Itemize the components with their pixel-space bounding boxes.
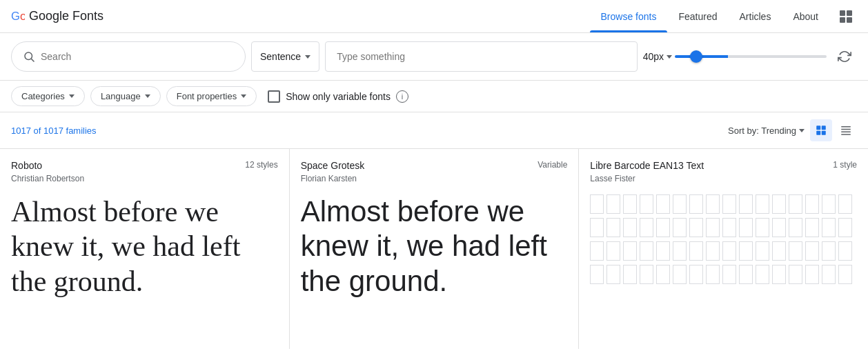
barcode-char (756, 218, 769, 237)
barcode-char (673, 241, 687, 261)
barcode-char (689, 241, 703, 261)
barcode-char (789, 241, 802, 261)
grid-view-button[interactable] (810, 119, 832, 141)
svg-text:Google: Google (11, 10, 25, 23)
barcode-char (706, 218, 720, 237)
font-name-space-grotesk: Space Grotesk (301, 160, 365, 171)
sort-by-label: Sort by: Trending (728, 126, 796, 136)
search-icon (23, 50, 35, 63)
barcode-row-3 (590, 241, 857, 261)
barcode-char (706, 265, 720, 284)
barcode-char (689, 218, 703, 237)
svg-rect-4 (822, 126, 826, 130)
barcode-char (656, 265, 670, 284)
barcode-char (756, 265, 769, 284)
font-card-barcode[interactable]: Libre Barcode EAN13 Text 1 style Lasse F… (579, 149, 868, 349)
font-styles-roboto: 12 styles (245, 160, 277, 170)
barcode-char (739, 241, 753, 261)
view-toggle (810, 119, 857, 141)
search-box (11, 41, 246, 72)
variable-fonts-checkbox[interactable] (268, 90, 280, 103)
sentence-dropdown[interactable]: Sentence (251, 41, 319, 72)
font-properties-filter[interactable]: Font properties (166, 86, 257, 106)
barcode-char (656, 194, 670, 214)
barcode-char (739, 265, 753, 284)
barcode-row-1 (590, 194, 857, 214)
font-properties-chevron-icon (241, 94, 246, 98)
barcode-char (590, 218, 604, 237)
barcode-char (722, 194, 736, 214)
card-header-roboto: Roboto 12 styles (11, 160, 278, 171)
barcode-char (623, 241, 637, 261)
apps-menu-button[interactable] (835, 6, 857, 28)
barcode-char (772, 218, 786, 237)
font-card-roboto[interactable]: Roboto 12 styles Christian Robertson Alm… (0, 149, 290, 349)
categories-filter[interactable]: Categories (11, 86, 85, 106)
barcode-char (838, 194, 852, 214)
barcode-char (789, 218, 802, 237)
barcode-char (606, 265, 620, 284)
refresh-icon (838, 50, 851, 63)
svg-point-1 (25, 52, 32, 60)
search-bar-row: Sentence 40px (0, 33, 868, 81)
svg-rect-7 (841, 126, 851, 128)
language-chevron-icon (145, 94, 150, 98)
list-view-button[interactable] (835, 119, 857, 141)
variable-fonts-info-icon[interactable]: i (396, 90, 408, 103)
barcode-char (756, 241, 769, 261)
barcode-char (590, 241, 604, 261)
svg-rect-5 (816, 131, 820, 135)
search-input[interactable] (41, 51, 234, 62)
barcode-char (689, 265, 703, 284)
barcode-char (772, 194, 786, 214)
barcode-char (673, 265, 687, 284)
barcode-char (739, 194, 753, 214)
sort-by-dropdown[interactable]: Sort by: Trending (728, 126, 805, 136)
barcode-char (640, 265, 653, 284)
font-preview-roboto: Almost before we knew it, we had left th… (11, 194, 278, 299)
barcode-char (822, 194, 836, 214)
refresh-button[interactable] (832, 44, 857, 69)
svg-rect-8 (841, 129, 851, 130)
categories-label: Categories (21, 91, 65, 101)
nav-bar: Browse fonts Featured Articles About (590, 0, 829, 32)
barcode-char (805, 265, 819, 284)
barcode-char (623, 218, 637, 237)
font-author-barcode: Lasse Fister (590, 174, 857, 183)
svg-rect-9 (841, 132, 851, 133)
filter-row: Categories Language Font properties Show… (0, 81, 868, 112)
sort-controls: Sort by: Trending (728, 119, 857, 141)
barcode-char (805, 218, 819, 237)
barcode-char (656, 241, 670, 261)
font-card-space-grotesk[interactable]: Space Grotesk Variable Florian Karsten A… (290, 149, 580, 349)
nav-browse-fonts[interactable]: Browse fonts (590, 0, 668, 32)
results-row: 1017 of 1017 families Sort by: Trending (0, 112, 868, 148)
font-properties-label: Font properties (177, 91, 237, 101)
barcode-char (789, 194, 802, 214)
barcode-char (722, 218, 736, 237)
language-filter[interactable]: Language (90, 86, 161, 106)
card-header-space-grotesk: Space Grotesk Variable (301, 160, 568, 171)
nav-articles[interactable]: Articles (729, 0, 782, 32)
barcode-char (822, 241, 836, 261)
barcode-char (673, 218, 687, 237)
barcode-row-2 (590, 218, 857, 237)
barcode-char (590, 194, 604, 214)
font-preview-space-grotesk: Almost before we knew it, we had left th… (301, 194, 568, 299)
barcode-char (838, 218, 852, 237)
barcode-char (656, 218, 670, 237)
font-author-space-grotesk: Florian Karsten (301, 174, 568, 183)
barcode-char (689, 194, 703, 214)
type-something-input[interactable] (325, 41, 637, 72)
nav-featured[interactable]: Featured (667, 0, 728, 32)
font-size-slider[interactable] (675, 55, 827, 58)
barcode-char (805, 241, 819, 261)
barcode-char (640, 241, 653, 261)
barcode-char (772, 265, 786, 284)
px-badge[interactable]: 40px (643, 51, 672, 62)
variable-fonts-label: Show only variable fonts (286, 91, 391, 102)
nav-about[interactable]: About (782, 0, 829, 32)
barcode-char (805, 194, 819, 214)
apps-grid-icon (840, 10, 852, 23)
language-label: Language (101, 91, 141, 101)
